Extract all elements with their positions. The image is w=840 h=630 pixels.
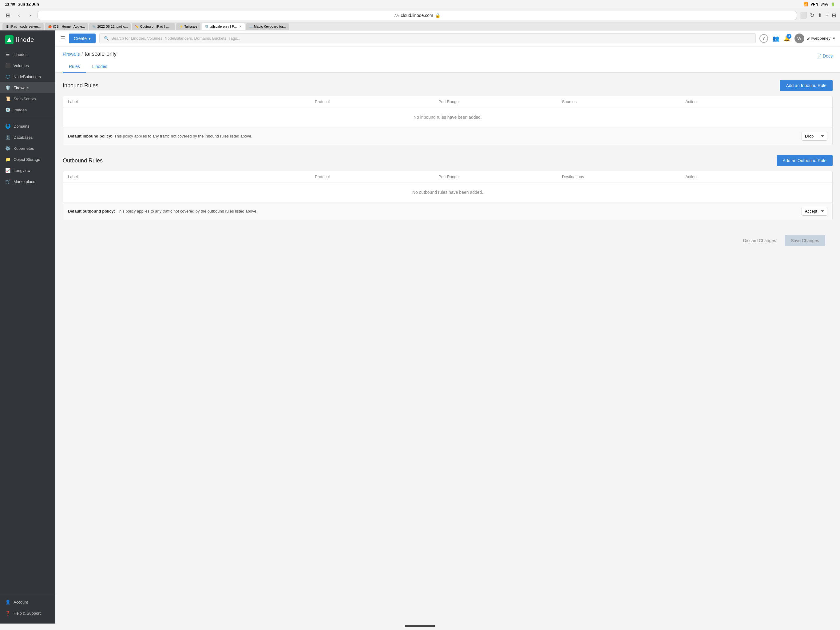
hamburger-btn[interactable]: ☰ — [60, 35, 65, 42]
firewalls-icon: 🛡️ — [5, 85, 11, 90]
inbound-col-sources: Sources — [562, 99, 686, 104]
avatar: W — [794, 33, 804, 43]
tab-icon-3: ✏️ — [135, 25, 139, 28]
browser-tab-6[interactable]: ⌨️ Magic Keyboard for... — [246, 23, 289, 30]
tabs-bar: 📱 iPad - code-server... 🍎 iOS - Home - A… — [0, 23, 840, 30]
tab-switcher-btn[interactable]: ⬜ — [800, 12, 807, 19]
tab-close-5[interactable]: ✕ — [239, 25, 242, 28]
sidebar-label-domains: Domains — [14, 124, 29, 128]
main-content: Firewalls / tailscale-only 📄 Docs Rules … — [55, 46, 840, 624]
linodes-icon: ☰ — [5, 52, 11, 57]
sidebar-item-volumes[interactable]: ⬛ Volumes — [0, 60, 55, 71]
add-inbound-rule-btn[interactable]: Add an Inbound Rule — [780, 80, 833, 91]
docs-label: Docs — [823, 54, 833, 59]
sidebar-label-kubernetes: Kubernetes — [14, 146, 34, 151]
forward-btn[interactable]: › — [26, 11, 35, 20]
team-icon: 👥 — [772, 35, 779, 41]
sidebar-item-longview[interactable]: 📈 Longview — [0, 165, 55, 176]
battery-icon: 🔋 — [831, 2, 835, 6]
aa-text: AA — [395, 14, 399, 17]
tab-rules-label: Rules — [69, 64, 80, 69]
search-bar[interactable]: 🔍 Search for Linodes, Volumes, NodeBalan… — [99, 33, 756, 43]
breadcrumb-current: tailscale-only — [85, 51, 117, 57]
outbound-table-empty: No outbound rules have been added. — [63, 182, 832, 203]
sidebar-item-linodes[interactable]: ☰ Linodes — [0, 49, 55, 60]
browser-tab-3[interactable]: ✏️ Coding on iPad | Wil... — [132, 23, 175, 30]
create-label: Create — [74, 36, 87, 41]
sidebar-item-stackscripts[interactable]: 📜 StackScripts — [0, 93, 55, 104]
tab-rules[interactable]: Rules — [63, 61, 86, 73]
browser-tab-2[interactable]: 📎 2022-06-12-ipad-c... — [89, 23, 131, 30]
browser-tab-4[interactable]: ⚡ Tailscale — [176, 23, 200, 30]
reload-btn[interactable]: ↻ — [810, 12, 815, 19]
inbound-col-label: Label — [68, 99, 315, 104]
inbound-policy-select[interactable]: Drop Accept — [802, 131, 827, 141]
add-outbound-rule-btn[interactable]: Add an Outbound Rule — [777, 155, 833, 166]
marketplace-icon: 🛒 — [5, 179, 11, 184]
content-tabs: Rules Linodes — [63, 61, 833, 72]
sidebar-item-domains[interactable]: 🌐 Domains — [0, 120, 55, 131]
back-btn[interactable]: ‹ — [15, 11, 24, 20]
inbound-table-header: Label Protocol Port Range Sources Action — [63, 96, 832, 108]
inbound-col-actions-spacer — [809, 99, 827, 104]
outbound-col-action: Action — [685, 174, 809, 179]
bottom-actions: Discard Changes Save Changes — [63, 230, 833, 251]
sidebar-label-volumes: Volumes — [14, 63, 29, 68]
breadcrumb-separator: / — [82, 52, 83, 57]
sidebar-item-images[interactable]: 💿 Images — [0, 104, 55, 116]
tab-icon-5: 🛡️ — [205, 25, 208, 28]
sidebar-toggle-btn[interactable]: ⊞ — [4, 11, 12, 20]
outbound-policy-desc: This policy applies to any traffic not c… — [117, 209, 257, 214]
notification-btn[interactable]: 🔔 3 — [783, 35, 790, 42]
outbound-rules-title: Outbound Rules — [63, 157, 103, 164]
discard-changes-btn[interactable]: Discard Changes — [738, 235, 781, 246]
address-bar[interactable]: AA cloud.linode.com 🔒 — [38, 11, 797, 20]
vpn-label: VPN — [810, 2, 818, 6]
breadcrumb-parent[interactable]: Firewalls — [63, 52, 80, 57]
inbound-table-footer: Default inbound policy: This policy appl… — [63, 127, 832, 145]
new-tab-btn[interactable]: + — [825, 12, 829, 19]
save-changes-btn[interactable]: Save Changes — [785, 235, 825, 246]
sidebar-item-help[interactable]: ❓ Help & Support — [0, 608, 55, 619]
status-date: Sun 12 Jun — [17, 2, 39, 6]
outbound-rules-section: Outbound Rules Add an Outbound Rule Labe… — [63, 155, 833, 220]
team-btn[interactable]: 👥 — [772, 35, 779, 42]
tab-icon-4: ⚡ — [179, 25, 183, 28]
inbound-rules-title: Inbound Rules — [63, 82, 98, 89]
outbound-col-actions-spacer — [809, 174, 827, 179]
images-icon: 💿 — [5, 108, 11, 112]
logo-icon — [5, 35, 14, 44]
share-btn[interactable]: ⬆ — [818, 12, 822, 19]
tab-icon-0: 📱 — [6, 25, 9, 28]
sidebar-item-marketplace[interactable]: 🛒 Marketplace — [0, 176, 55, 187]
sidebar-item-nodebalancers[interactable]: ⚖️ NodeBalancers — [0, 71, 55, 82]
search-placeholder: Search for Linodes, Volumes, NodeBalance… — [111, 36, 240, 41]
browser-tab-1[interactable]: 🍎 iOS - Home - Apple... — [45, 23, 88, 30]
sidebar-label-firewalls: Firewalls — [14, 85, 29, 90]
sidebar-item-kubernetes[interactable]: ⚙️ Kubernetes — [0, 143, 55, 154]
help-circle-icon: ? — [759, 34, 768, 43]
tab-icon-1: 🍎 — [48, 25, 52, 28]
outbound-col-protocol: Protocol — [315, 174, 439, 179]
create-btn[interactable]: Create ▾ — [69, 33, 96, 43]
grid-view-btn[interactable]: ⊞ — [832, 12, 836, 19]
user-menu[interactable]: W willwebberley ▾ — [794, 33, 835, 43]
home-indicator — [405, 625, 435, 627]
content-header: Firewalls / tailscale-only 📄 Docs Rules … — [55, 46, 840, 73]
help-btn[interactable]: ? — [759, 34, 768, 43]
sidebar-item-account[interactable]: 👤 Account — [0, 597, 55, 608]
nodebalancers-icon: ⚖️ — [5, 74, 11, 79]
docs-link[interactable]: 📄 Docs — [816, 54, 833, 59]
tab-label-6: Magic Keyboard for... — [254, 25, 286, 28]
sidebar-label-stackscripts: StackScripts — [14, 97, 36, 101]
sidebar-item-firewalls[interactable]: 🛡️ Firewalls — [0, 82, 55, 93]
browser-tab-0[interactable]: 📱 iPad - code-server... — [2, 23, 44, 30]
browser-tab-5[interactable]: 🛡️ tailscale-only | Fire... ✕ — [202, 23, 245, 30]
tab-label-3: Coding on iPad | Wil... — [140, 25, 172, 28]
sidebar-item-object-storage[interactable]: 📁 Object Storage — [0, 154, 55, 165]
sidebar-item-databases[interactable]: 🗄️ Databases — [0, 131, 55, 143]
tab-linodes[interactable]: Linodes — [86, 61, 114, 73]
outbound-policy-select[interactable]: Accept Drop — [802, 207, 827, 216]
docs-icon: 📄 — [816, 54, 821, 59]
username: willwebberley — [807, 36, 831, 41]
